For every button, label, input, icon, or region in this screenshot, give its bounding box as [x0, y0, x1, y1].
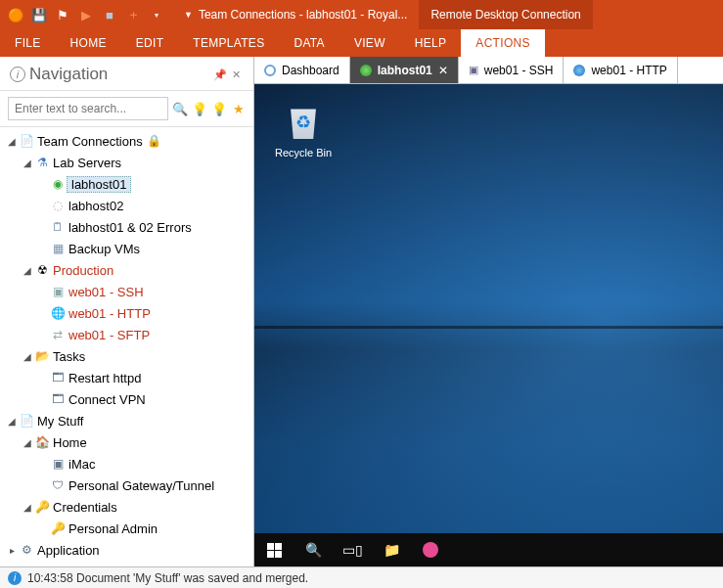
tree-label: Backup VMs	[67, 242, 140, 256]
tree-node-imac[interactable]: ▣ iMac	[0, 453, 253, 475]
menu-data[interactable]: DATA	[279, 29, 339, 57]
start-button[interactable]	[254, 533, 294, 566]
stop-icon[interactable]: ■	[100, 5, 119, 24]
tab-labhost01[interactable]: labhost01 ✕	[350, 57, 459, 83]
file-explorer-icon[interactable]: 📁	[372, 533, 411, 566]
title-breadcrumb-text: Team Connections - labhost01 - Royal...	[199, 8, 407, 22]
collapse-icon[interactable]: ◢	[22, 265, 33, 276]
menu-file[interactable]: FILE	[0, 29, 56, 57]
tree-node-labhost-errors[interactable]: 🗒 labhost01 & 02 Errors	[0, 216, 253, 238]
tree-node-backup-vms[interactable]: ▦ Backup VMs	[0, 238, 253, 259]
recycle-bin-label: Recycle Bin	[272, 147, 335, 158]
tree-node-personal-admin[interactable]: 🔑 Personal Admin	[0, 518, 253, 539]
flag-icon[interactable]: ⚑	[53, 5, 72, 24]
chevron-down-icon: ▼	[184, 10, 193, 20]
tree-label: Team Connections	[35, 134, 143, 149]
flask-icon: ⚗	[33, 156, 51, 169]
status-bar: i 10:43:58 Document 'My Stuff' was saved…	[0, 566, 723, 588]
navigation-toolbar: 🔍 💡 💡 ★	[0, 91, 253, 127]
title-context-tab[interactable]: Remote Desktop Connection	[419, 0, 592, 29]
menu-templates[interactable]: TEMPLATES	[178, 29, 279, 57]
expand-icon[interactable]: ▸	[6, 545, 18, 556]
collapse-icon[interactable]: ◢	[6, 136, 18, 147]
tree-node-my-stuff[interactable]: ◢ 📄 My Stuff	[0, 410, 253, 431]
close-icon[interactable]: ✕	[438, 64, 448, 77]
menu-view[interactable]: VIEW	[339, 29, 400, 57]
tree-label: Home	[51, 435, 87, 450]
search-icon[interactable]: 🔍	[294, 533, 333, 566]
tree-node-home[interactable]: ◢ 🏠 Home	[0, 431, 253, 453]
tree-node-credentials[interactable]: ◢ 🔑 Credentials	[0, 496, 253, 518]
title-context-text: Remote Desktop Connection	[430, 8, 580, 22]
gateway-icon: 🛡	[49, 478, 67, 492]
tab-web01-http[interactable]: web01 - HTTP	[564, 57, 677, 83]
tree-label: web01 - SSH	[67, 285, 144, 299]
recycle-bin[interactable]: Recycle Bin	[272, 102, 335, 158]
tree-label: Personal Admin	[67, 521, 158, 536]
tree-node-web01-ssh[interactable]: ▣ web01 - SSH	[0, 281, 253, 302]
pin-icon[interactable]: 📌	[212, 68, 228, 81]
collapse-icon[interactable]: ◢	[22, 502, 33, 513]
bulb-on-icon[interactable]: 💡	[192, 98, 207, 119]
tree-node-team-connections[interactable]: ◢ 📄 Team Connections 🔒	[0, 130, 253, 152]
star-icon[interactable]: ★	[231, 98, 246, 119]
tree-node-restart-httpd[interactable]: 🗔 Restart httpd	[0, 367, 253, 388]
tree-label: Credentials	[51, 500, 117, 515]
tree-node-web01-sftp[interactable]: ⇄ web01 - SFTP	[0, 324, 253, 345]
tree-node-tasks[interactable]: ◢ 📂 Tasks	[0, 345, 253, 367]
collapse-icon[interactable]: ◢	[22, 437, 33, 448]
recycle-bin-icon	[283, 102, 324, 143]
tree-label: Production	[51, 263, 113, 278]
tree-node-connect-vpn[interactable]: 🗔 Connect VPN	[0, 388, 253, 410]
disconnected-icon: ◌	[49, 199, 67, 212]
play-icon[interactable]: ▶	[76, 5, 96, 24]
home-icon: 🏠	[33, 435, 51, 449]
tree-node-production[interactable]: ◢ ☢ Production	[0, 259, 253, 281]
remote-desktop-surface[interactable]: Recycle Bin 🔍 ▭▯ 📁	[254, 84, 723, 566]
menu-edit[interactable]: EDIT	[121, 29, 179, 57]
tree-label: Restart httpd	[67, 371, 141, 385]
menu-help[interactable]: HELP	[400, 29, 462, 57]
sftp-icon: ⇄	[49, 328, 67, 341]
tab-label: labhost01	[378, 64, 432, 77]
tab-web01-ssh[interactable]: ▣ web01 - SSH	[459, 57, 565, 83]
document-icon: 📄	[18, 414, 35, 428]
tree-node-personal-gateway[interactable]: 🛡 Personal Gateway/Tunnel	[0, 475, 253, 496]
bulb-off-icon[interactable]: 💡	[211, 98, 227, 119]
task-icon: 🗔	[49, 371, 67, 384]
tree-node-application[interactable]: ▸ ⚙ Application	[0, 539, 253, 561]
navigation-header: i Navigation 📌 ✕	[0, 57, 253, 91]
tab-dashboard[interactable]: Dashboard	[254, 57, 350, 83]
collapse-icon[interactable]: ◢	[22, 158, 33, 168]
dropdown-icon[interactable]: ▾	[147, 5, 166, 24]
lock-icon: 🔒	[147, 134, 161, 148]
document-tabs: Dashboard labhost01 ✕ ▣ web01 - SSH web0…	[254, 57, 723, 84]
search-list-icon: 🗒	[49, 220, 67, 234]
tree-label: Application	[35, 543, 100, 558]
tree-node-labhost01[interactable]: ◉ labhost01	[0, 173, 253, 195]
save-icon[interactable]: 💾	[29, 5, 49, 24]
menu-actions[interactable]: ACTIONS	[461, 29, 544, 57]
search-input[interactable]	[8, 97, 168, 120]
content-panel: Dashboard labhost01 ✕ ▣ web01 - SSH web0…	[254, 57, 723, 566]
tree-label: labhost01 & 02 Errors	[67, 220, 192, 235]
search-icon[interactable]: 🔍	[172, 98, 188, 119]
tree-node-web01-http[interactable]: 🌐 web01 - HTTP	[0, 302, 253, 324]
status-message: 10:43:58 Document 'My Stuff' was saved a…	[27, 571, 308, 585]
quick-access-toolbar: 🟠 💾 ⚑ ▶ ■ ＋ ▾	[0, 5, 172, 24]
tree-node-labhost02[interactable]: ◌ labhost02	[0, 195, 253, 216]
menu-home[interactable]: HOME	[56, 29, 121, 57]
tree-node-lab-servers[interactable]: ◢ ⚗ Lab Servers	[0, 152, 253, 173]
collapse-icon[interactable]: ◢	[22, 351, 33, 362]
navigation-tree[interactable]: ◢ 📄 Team Connections 🔒 ◢ ⚗ Lab Servers ◉…	[0, 127, 253, 566]
tree-label: web01 - SFTP	[67, 328, 150, 342]
close-icon[interactable]: ✕	[228, 68, 244, 81]
plus-icon[interactable]: ＋	[123, 5, 143, 24]
radiation-icon: ☢	[33, 263, 51, 277]
app-pinned-icon[interactable]	[411, 533, 450, 566]
collapse-icon[interactable]: ◢	[6, 416, 18, 427]
task-view-icon[interactable]: ▭▯	[333, 533, 372, 566]
title-breadcrumb-tab[interactable]: ▼ Team Connections - labhost01 - Royal..…	[172, 0, 419, 29]
folder-icon: 📂	[33, 349, 51, 363]
tab-label: Dashboard	[282, 64, 339, 77]
